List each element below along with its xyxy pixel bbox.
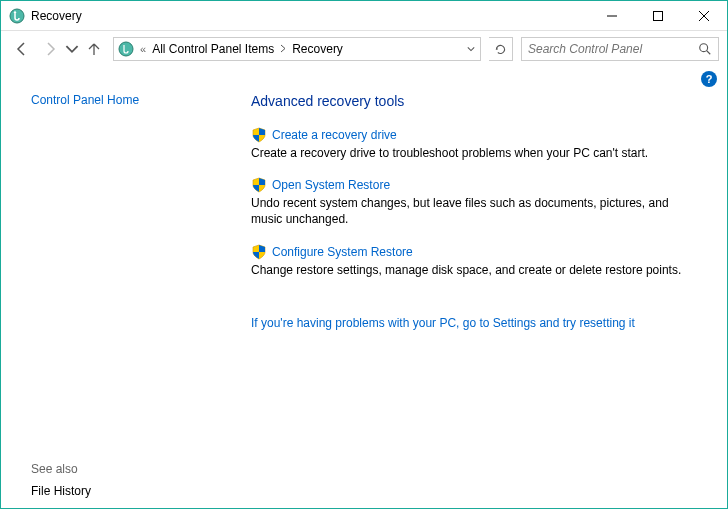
chevron-left-icon: « (138, 43, 148, 55)
file-history-link[interactable]: File History (31, 484, 221, 498)
shield-icon (251, 127, 267, 143)
minimize-button[interactable] (589, 1, 635, 31)
create-recovery-drive-link[interactable]: Create a recovery drive (272, 128, 397, 142)
recovery-app-icon (9, 8, 25, 24)
refresh-button[interactable] (489, 37, 513, 61)
chevron-right-icon (278, 43, 288, 55)
see-also-label: See also (31, 462, 221, 476)
shield-icon (251, 177, 267, 193)
open-system-restore-link[interactable]: Open System Restore (272, 178, 390, 192)
breadcrumb-all-items[interactable]: All Control Panel Items (148, 42, 278, 56)
create-recovery-drive-desc: Create a recovery drive to troubleshoot … (251, 145, 697, 161)
address-bar[interactable]: « All Control Panel Items Recovery (113, 37, 481, 61)
sidebar: Control Panel Home See also File History (1, 87, 221, 508)
search-icon[interactable] (698, 42, 712, 56)
maximize-button[interactable] (635, 1, 681, 31)
svg-point-6 (119, 42, 133, 56)
control-panel-icon (118, 41, 134, 57)
open-system-restore-desc: Undo recent system changes, but leave fi… (251, 195, 697, 227)
address-dropdown-icon[interactable] (462, 45, 480, 53)
tool-open-system-restore: Open System Restore Undo recent system c… (251, 177, 697, 227)
nav-toolbar: « All Control Panel Items Recovery (1, 31, 727, 67)
svg-rect-3 (654, 11, 663, 20)
control-panel-home-link[interactable]: Control Panel Home (31, 93, 221, 107)
close-button[interactable] (681, 1, 727, 31)
configure-system-restore-desc: Change restore settings, manage disk spa… (251, 262, 697, 278)
help-icon[interactable]: ? (701, 71, 717, 87)
back-button[interactable] (9, 36, 35, 62)
svg-marker-7 (496, 47, 498, 49)
breadcrumb-recovery[interactable]: Recovery (288, 42, 347, 56)
shield-icon (251, 244, 267, 260)
page-heading: Advanced recovery tools (251, 93, 697, 109)
settings-reset-link[interactable]: If you're having problems with your PC, … (251, 316, 635, 330)
tool-configure-system-restore: Configure System Restore Change restore … (251, 244, 697, 278)
svg-line-9 (707, 51, 711, 55)
titlebar: Recovery (1, 1, 727, 31)
configure-system-restore-link[interactable]: Configure System Restore (272, 245, 413, 259)
up-button[interactable] (81, 36, 107, 62)
recent-locations-dropdown[interactable] (65, 36, 79, 62)
window-title: Recovery (31, 9, 589, 23)
svg-point-0 (10, 9, 24, 23)
search-box[interactable] (521, 37, 719, 61)
svg-point-8 (700, 44, 708, 52)
main-panel: Advanced recovery tools Create a recover… (221, 87, 727, 508)
forward-button[interactable] (37, 36, 63, 62)
tool-create-recovery-drive: Create a recovery drive Create a recover… (251, 127, 697, 161)
search-input[interactable] (528, 42, 698, 56)
